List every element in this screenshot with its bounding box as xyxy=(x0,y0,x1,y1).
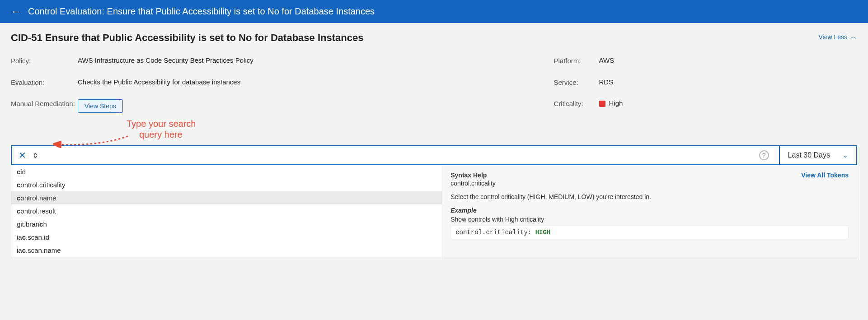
chevron-up-icon: ︿ xyxy=(850,32,857,42)
syntax-example-desc: Show controls with High criticality xyxy=(450,216,849,223)
service-value: RDS xyxy=(599,78,857,86)
platform-label: Platform: xyxy=(554,56,599,65)
criticality-label: Criticality: xyxy=(554,99,599,108)
service-label: Service: xyxy=(554,78,599,87)
suggestion-item[interactable]: cid xyxy=(11,165,442,178)
syntax-token: control.criticality xyxy=(450,180,496,187)
policy-label: Policy: xyxy=(11,56,78,65)
manual-remediation-label: Manual Remediation: xyxy=(11,99,78,108)
help-icon[interactable]: ? xyxy=(759,150,769,160)
suggestion-list: cidcontrol.criticalitycontrol.namecontro… xyxy=(11,165,442,259)
suggestion-item[interactable]: control.name xyxy=(11,191,442,204)
syntax-help-panel: Syntax Help control.criticality View All… xyxy=(442,165,857,259)
chevron-down-icon: ⌄ xyxy=(843,152,848,159)
view-less-label: View Less xyxy=(818,33,847,41)
policy-value: AWS Infrastructure as Code Security Best… xyxy=(78,56,527,64)
code-key: control.criticality: xyxy=(455,229,535,236)
criticality-swatch-icon xyxy=(599,101,605,107)
suggestion-item[interactable]: iac.scan.id xyxy=(11,231,442,244)
back-arrow-icon[interactable]: ← xyxy=(11,7,21,17)
platform-value: AWS xyxy=(599,56,857,64)
criticality-value: High xyxy=(609,99,623,107)
syntax-help-title: Syntax Help xyxy=(450,172,496,179)
evaluation-value: Checks the Public Accessibility for data… xyxy=(78,78,527,86)
suggestion-item[interactable]: git.branch xyxy=(11,218,442,231)
date-range-dropdown[interactable]: Last 30 Days ⌄ xyxy=(779,146,856,164)
code-value: HIGH xyxy=(535,229,551,236)
page-title: CID-51 Ensure that Public Accessibility … xyxy=(11,32,363,44)
date-range-label: Last 30 Days xyxy=(788,151,830,159)
header-title: Control Evaluation: Ensure that Public A… xyxy=(28,6,375,17)
suggestion-item[interactable]: iac.scan.name xyxy=(11,244,442,257)
search-suggestion-panel: cidcontrol.criticalitycontrol.namecontro… xyxy=(11,165,857,259)
header-bar: ← Control Evaluation: Ensure that Public… xyxy=(0,0,868,23)
syntax-description: Select the control criticality (HIGH, ME… xyxy=(450,193,849,200)
suggestion-item[interactable]: control.criticality xyxy=(11,178,442,191)
view-steps-button[interactable]: View Steps xyxy=(78,99,123,113)
syntax-example-label: Example xyxy=(450,207,849,214)
search-bar: ✕ ? Last 30 Days ⌄ xyxy=(11,145,857,165)
view-all-tokens-link[interactable]: View All Tokens xyxy=(801,172,849,179)
evaluation-label: Evaluation: xyxy=(11,78,78,87)
syntax-code-example: control.criticality: HIGH xyxy=(450,226,849,239)
search-input[interactable] xyxy=(33,151,753,159)
clear-search-icon[interactable]: ✕ xyxy=(17,150,27,161)
suggestion-item[interactable]: control.result xyxy=(11,204,442,218)
view-less-toggle[interactable]: View Less ︿ xyxy=(818,32,857,42)
